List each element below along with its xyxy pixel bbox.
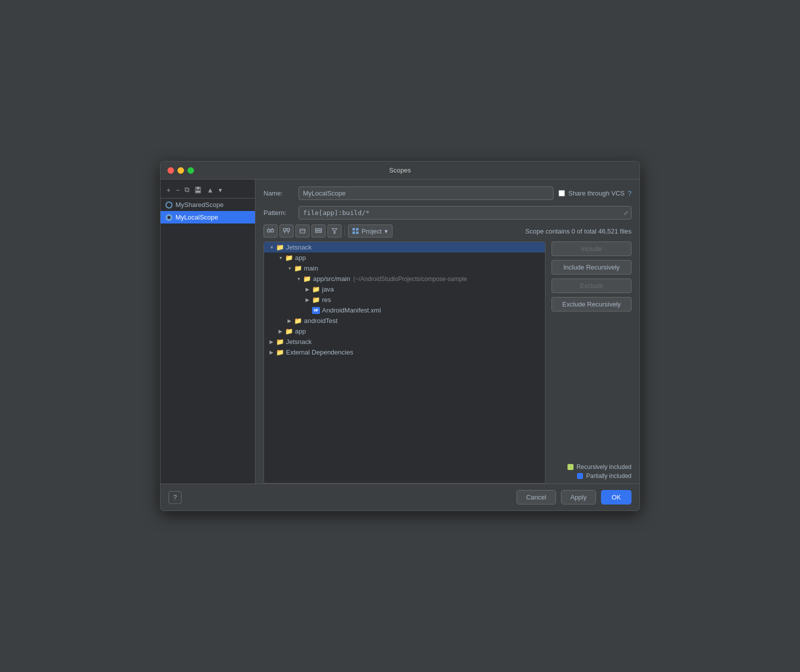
expand-pattern-icon[interactable]: ⤢ — [624, 210, 628, 216]
pattern-label: Pattern: — [264, 209, 294, 216]
toolbar-separator — [344, 226, 345, 236]
legend-item-partial: Partially included — [577, 472, 632, 480]
filter-button[interactable] — [328, 224, 342, 238]
project-dropdown-label: Project — [362, 228, 382, 235]
tree-node[interactable]: ▶ 📁 Jetsnack — [264, 336, 545, 347]
exclude-button[interactable]: Exclude — [552, 278, 632, 293]
tree-node[interactable]: ▾ 📁 app/src/main (~/AndroidStudioProject… — [264, 274, 545, 284]
dialog-title: Scopes — [389, 166, 410, 174]
name-row: Name: Share through VCS ? — [264, 186, 632, 200]
title-bar: Scopes — [160, 162, 640, 180]
chevron-icon: ▶ — [304, 297, 311, 302]
folder-icon: 📁 — [276, 338, 284, 346]
tree-node[interactable]: MF AndroidManifest.xml — [264, 305, 545, 316]
help-button[interactable]: ? — [168, 491, 182, 504]
tree-node[interactable]: ▾ 📁 app — [264, 252, 545, 263]
tree-node[interactable]: ▶ 📁 androidTest — [264, 316, 545, 326]
project-dropdown[interactable]: Project ▾ — [348, 224, 392, 238]
side-buttons: Include Include Recursively Exclude Excl… — [552, 242, 632, 484]
vcs-checkbox[interactable] — [558, 190, 565, 196]
sidebar-toolbar: + − ⧉ ▲ ▾ — [160, 182, 255, 198]
scopes-dialog: Scopes + − ⧉ ▲ ▾ — [160, 161, 640, 511]
xml-file-icon: MF — [312, 307, 320, 314]
tree-node[interactable]: ▾ 📁 Jetsnack — [264, 242, 545, 252]
chevron-icon: ▾ — [295, 276, 302, 282]
folder-icon: 📁 — [285, 254, 293, 262]
save-scope-button[interactable] — [192, 186, 204, 194]
apply-button[interactable]: Apply — [561, 490, 596, 504]
chevron-icon: ▶ — [277, 328, 284, 334]
tree-node[interactable]: ▶ 📁 java — [264, 284, 545, 294]
svg-rect-3 — [268, 230, 270, 232]
chevron-icon: ▶ — [304, 286, 311, 292]
include-recursively-button[interactable]: Include Recursively — [552, 260, 632, 274]
svg-rect-13 — [316, 228, 322, 230]
shared-scope-icon — [166, 202, 172, 208]
legend-recursive-label: Recursively included — [576, 464, 632, 470]
svg-rect-7 — [284, 228, 286, 231]
vcs-checkbox-label[interactable]: Share through VCS — [558, 190, 624, 197]
exclude-recursively-button[interactable]: Exclude Recursively — [552, 297, 632, 312]
bottom-buttons: Cancel Apply OK — [516, 490, 632, 504]
minimize-button[interactable] — [178, 167, 184, 174]
ok-button[interactable]: OK — [601, 490, 632, 504]
group-button[interactable] — [312, 224, 326, 238]
svg-rect-1 — [196, 187, 200, 190]
copy-scope-button[interactable]: ⧉ — [182, 184, 192, 195]
dialog-body: + − ⧉ ▲ ▾ MySharedScope — [160, 180, 640, 484]
expand-all-button[interactable] — [264, 224, 278, 238]
tree-node[interactable]: ▶ 📁 External Dependencies — [264, 347, 545, 358]
cancel-button[interactable]: Cancel — [516, 490, 556, 504]
sidebar-item-mysharedscope[interactable]: MySharedScope — [160, 198, 255, 211]
vcs-help-icon[interactable]: ? — [628, 190, 632, 198]
window-controls — [168, 167, 194, 174]
collapse-all-button[interactable] — [280, 224, 294, 238]
recursive-color-swatch — [568, 464, 574, 470]
local-scope-icon — [166, 214, 172, 221]
dropdown-button[interactable]: ▾ — [216, 185, 224, 195]
pattern-input-wrapper: ⤢ — [298, 206, 632, 220]
sidebar-item-label: MyLocalScope — [176, 214, 218, 221]
svg-rect-14 — [316, 231, 322, 232]
chevron-icon: ▶ — [286, 318, 293, 324]
tree-toolbar: Project ▾ Scope contains 0 of total 46,5… — [264, 224, 632, 238]
chevron-icon: ▾ — [277, 255, 284, 260]
folder-icon: 📁 — [276, 244, 284, 251]
remove-scope-button[interactable]: − — [174, 185, 182, 195]
vcs-row: Share through VCS ? — [558, 190, 632, 198]
tree-node[interactable]: ▶ 📁 app — [264, 326, 545, 336]
maximize-button[interactable] — [188, 167, 194, 174]
scope-info: Scope contains 0 of total 46,521 files — [526, 228, 632, 235]
legend-item-recursive: Recursively included — [568, 464, 632, 470]
legend-area: Recursively included Partially included — [552, 464, 632, 484]
svg-marker-15 — [332, 228, 337, 234]
external-deps-icon: 📁 — [276, 348, 284, 356]
folder-icon: 📁 — [294, 264, 302, 272]
close-button[interactable] — [168, 167, 174, 174]
main-content: Name: Share through VCS ? Pattern: ⤢ — [256, 180, 640, 484]
move-up-button[interactable]: ▲ — [204, 185, 216, 195]
dropdown-chevron-icon: ▾ — [384, 228, 388, 235]
chevron-icon: ▾ — [268, 244, 275, 250]
svg-rect-4 — [271, 230, 274, 232]
svg-rect-11 — [300, 229, 305, 233]
tree-node[interactable]: ▾ 📁 main — [264, 263, 545, 274]
tree-panel[interactable]: ▾ 📁 Jetsnack ▾ 📁 app ▾ — [264, 242, 546, 484]
folder-icon: 📁 — [312, 286, 320, 293]
tree-node[interactable]: ▶ 📁 res — [264, 294, 545, 305]
sidebar-item-label: MySharedScope — [176, 201, 224, 208]
include-button[interactable]: Include — [552, 242, 632, 256]
chevron-icon: ▶ — [268, 339, 275, 344]
name-input[interactable] — [298, 186, 554, 200]
svg-rect-8 — [287, 228, 290, 231]
add-scope-button[interactable]: + — [164, 185, 172, 195]
folder-icon: 📁 — [285, 328, 293, 335]
folder-icon: 📁 — [294, 317, 302, 324]
file-view-button[interactable] — [296, 224, 310, 238]
sidebar-item-mylocalscope[interactable]: MyLocalScope — [160, 211, 255, 224]
pattern-input[interactable] — [298, 206, 632, 220]
pattern-row: Pattern: ⤢ — [264, 206, 632, 220]
content-area: ▾ 📁 Jetsnack ▾ 📁 app ▾ — [264, 242, 632, 484]
legend-partial-label: Partially included — [586, 472, 632, 480]
folder-icon: 📁 — [303, 275, 311, 282]
